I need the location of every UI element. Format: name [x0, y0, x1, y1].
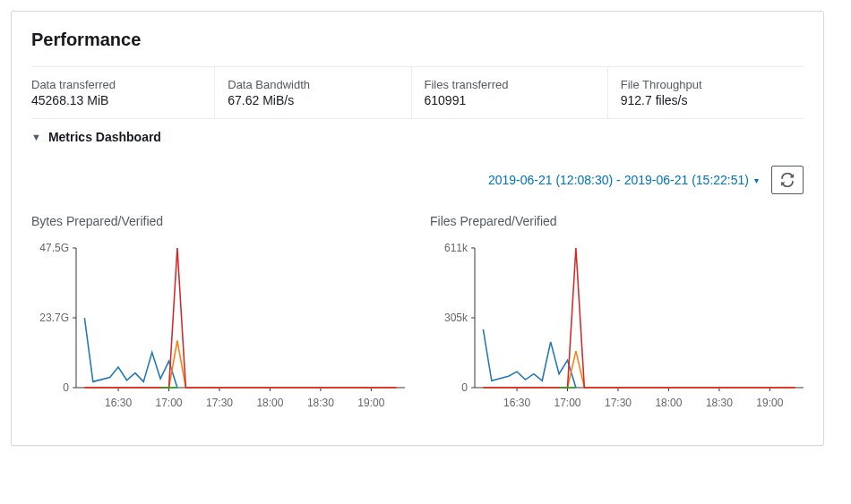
x-axis: 16:3017:0017:3018:0018:3019:00: [76, 391, 405, 409]
plot-area[interactable]: [76, 248, 405, 388]
stats-row: Data transferred 45268.13 MiB Data Bandw…: [31, 66, 804, 119]
stat-value: 67.62 MiB/s: [228, 93, 398, 107]
x-tick: 16:30: [503, 397, 530, 409]
stat-file-throughput: File Throughput 912.7 files/s: [608, 67, 804, 118]
y-axis: 0 305k 611k: [430, 248, 471, 388]
stat-data-transferred: Data transferred 45268.13 MiB: [31, 67, 215, 118]
chevron-down-icon: ▾: [754, 175, 759, 185]
chart-bytes: Bytes Prepared/Verified 0 23.7G 47.5G 16…: [31, 214, 405, 409]
x-tick: 19:00: [357, 397, 384, 409]
refresh-button[interactable]: [771, 166, 804, 194]
refresh-icon: [780, 173, 795, 187]
x-tick: 16:30: [105, 397, 132, 409]
stat-label: Data Bandwidth: [228, 78, 398, 91]
performance-panel: Performance Data transferred 45268.13 Mi…: [11, 11, 824, 446]
x-tick: 18:00: [655, 397, 682, 409]
chart-title: Bytes Prepared/Verified: [31, 214, 405, 228]
x-tick: 19:00: [756, 397, 783, 409]
stat-files-transferred: Files transferred 610991: [412, 67, 608, 118]
stat-label: Files transferred: [425, 78, 595, 91]
x-tick: 18:30: [706, 397, 733, 409]
y-axis: 0 23.7G 47.5G: [31, 248, 73, 388]
chart-area: 0 23.7G 47.5G 16:3017:0017:3018:0018:301…: [31, 248, 405, 409]
charts-row: Bytes Prepared/Verified 0 23.7G 47.5G 16…: [31, 214, 804, 409]
x-tick: 18:00: [256, 397, 283, 409]
chart-area: 0 305k 611k 16:3017:0017:3018:0018:3019:…: [430, 248, 804, 409]
chart-files: Files Prepared/Verified 0 305k 611k 16:3…: [430, 214, 804, 409]
x-tick: 17:00: [554, 397, 580, 409]
metrics-dashboard-toggle[interactable]: ▼ Metrics Dashboard: [31, 119, 804, 149]
stat-label: Data transferred: [31, 78, 202, 91]
y-tick: 305k: [444, 312, 468, 324]
y-tick: 23.7G: [39, 312, 69, 324]
caret-down-icon: ▼: [31, 132, 41, 142]
dashboard-toolbar: 2019-06-21 (12:08:30) - 2019-06-21 (15:2…: [31, 166, 804, 194]
y-tick: 611k: [444, 242, 468, 254]
panel-title: Performance: [31, 30, 804, 50]
time-range-picker[interactable]: 2019-06-21 (12:08:30) - 2019-06-21 (15:2…: [488, 173, 759, 187]
plot-area[interactable]: [475, 248, 804, 388]
y-tick: 0: [63, 381, 69, 394]
time-range-label: 2019-06-21 (12:08:30) - 2019-06-21 (15:2…: [488, 173, 749, 187]
x-tick: 17:30: [605, 397, 632, 409]
x-tick: 17:30: [206, 397, 233, 409]
stat-value: 45268.13 MiB: [31, 93, 202, 107]
stat-value: 912.7 files/s: [621, 93, 791, 107]
stat-data-bandwidth: Data Bandwidth 67.62 MiB/s: [215, 67, 411, 118]
stat-value: 610991: [425, 93, 595, 107]
stat-label: File Throughput: [621, 78, 791, 91]
y-tick: 0: [461, 381, 468, 394]
chart-title: Files Prepared/Verified: [430, 214, 804, 228]
x-tick: 17:00: [155, 397, 182, 409]
section-toggle-label: Metrics Dashboard: [48, 130, 161, 144]
x-tick: 18:30: [307, 397, 334, 409]
y-tick: 47.5G: [39, 242, 69, 254]
x-axis: 16:3017:0017:3018:0018:3019:00: [475, 391, 804, 409]
